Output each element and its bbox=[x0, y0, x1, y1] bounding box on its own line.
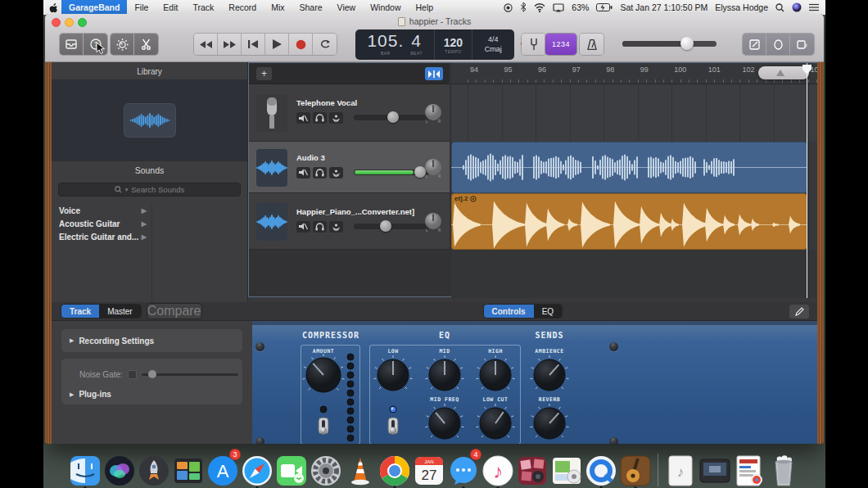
track-volume-slider[interactable] bbox=[354, 169, 429, 175]
dock-icon-photos[interactable] bbox=[550, 452, 583, 486]
track-volume-slider[interactable] bbox=[354, 224, 429, 229]
search-sounds-field[interactable]: ▾ Search Sounds bbox=[58, 183, 241, 197]
wifi-icon[interactable] bbox=[534, 3, 545, 12]
menu-clock[interactable]: Sat Jan 27 1:10:50 PM bbox=[620, 2, 708, 12]
input-monitoring-button[interactable] bbox=[329, 112, 343, 124]
tab-controls[interactable]: Controls bbox=[484, 305, 534, 318]
eq-mid-freq-knob[interactable] bbox=[424, 403, 465, 444]
amount-knob[interactable] bbox=[301, 353, 346, 400]
audio-region-vocal[interactable] bbox=[451, 142, 807, 193]
solo-button[interactable] bbox=[313, 112, 327, 124]
add-track-button[interactable]: + bbox=[256, 67, 272, 80]
mute-button[interactable] bbox=[296, 221, 310, 233]
dock-icon-safari[interactable] bbox=[241, 452, 274, 486]
cycle-button[interactable] bbox=[313, 34, 337, 55]
dock-icon-file-screenshot[interactable] bbox=[698, 452, 731, 486]
apple-menu-icon[interactable] bbox=[43, 2, 61, 13]
eq-switch[interactable] bbox=[387, 416, 400, 441]
reverb-knob[interactable] bbox=[529, 403, 570, 444]
stop-to-beginning-button[interactable] bbox=[242, 34, 265, 55]
edit-pencil-button[interactable] bbox=[789, 305, 809, 319]
ambience-knob[interactable] bbox=[529, 355, 570, 399]
editors-button[interactable] bbox=[134, 34, 158, 55]
metronome-button[interactable] bbox=[580, 34, 604, 55]
eq-mid-knob[interactable] bbox=[424, 355, 465, 399]
eq-low-cut-knob[interactable] bbox=[475, 403, 516, 444]
tuner-button[interactable] bbox=[522, 34, 545, 55]
record-button[interactable] bbox=[289, 34, 313, 55]
track-header-1[interactable]: Telephone VocalLR bbox=[249, 84, 450, 142]
tab-eq[interactable]: EQ bbox=[534, 305, 562, 318]
menu-item-view[interactable]: View bbox=[330, 0, 364, 15]
note-pad-button[interactable] bbox=[743, 34, 766, 55]
dock-icon-finder[interactable] bbox=[69, 452, 102, 486]
catch-playhead-button[interactable] bbox=[425, 67, 443, 80]
dock-icon-messages[interactable]: 4 bbox=[447, 452, 480, 486]
mute-button[interactable] bbox=[296, 112, 310, 124]
media-browser-button[interactable]: ♪ bbox=[790, 34, 814, 55]
tab-compare[interactable]: Compare bbox=[147, 304, 201, 319]
track-header-3[interactable]: Happier_Piano_...Converter.net]LR bbox=[249, 193, 450, 250]
dock-icon-mission-control[interactable] bbox=[172, 452, 205, 486]
noise-gate-handle[interactable] bbox=[148, 370, 156, 378]
smart-controls-button[interactable] bbox=[111, 34, 134, 55]
solo-button[interactable] bbox=[313, 167, 327, 178]
mute-button[interactable] bbox=[296, 167, 310, 178]
menu-item-track[interactable]: Track bbox=[185, 0, 221, 15]
disclosure-triangle-icon[interactable]: ▶ bbox=[70, 391, 74, 398]
menu-item-edit[interactable]: Edit bbox=[156, 0, 185, 15]
playhead[interactable] bbox=[807, 63, 807, 298]
forward-button[interactable] bbox=[218, 34, 242, 55]
volume-handle[interactable] bbox=[387, 111, 399, 123]
lcd-display[interactable]: 105.BAR 4BEAT 120TEMPO 4/4Cmaj ▼ bbox=[355, 29, 514, 60]
track-header-2[interactable]: Audio 3LR bbox=[249, 142, 450, 193]
dock-icon-launchpad[interactable] bbox=[138, 452, 170, 486]
tab-track[interactable]: Track bbox=[61, 305, 99, 318]
dock-icon-app-store[interactable]: A3 bbox=[206, 452, 239, 486]
zoom-slider[interactable] bbox=[758, 66, 809, 79]
menu-item-help[interactable]: Help bbox=[409, 0, 441, 15]
menu-item-mix[interactable]: Mix bbox=[264, 0, 292, 15]
plugins-row[interactable]: ▶Plug-ins bbox=[70, 390, 111, 399]
volume-handle[interactable] bbox=[680, 37, 694, 50]
dock-icon-trash[interactable] bbox=[767, 452, 800, 486]
bluetooth-icon[interactable] bbox=[520, 2, 527, 12]
menu-item-record[interactable]: Record bbox=[221, 0, 264, 15]
zoom-slider-handle[interactable] bbox=[776, 70, 784, 76]
input-monitoring-button[interactable] bbox=[329, 167, 343, 178]
compressor-switch[interactable] bbox=[317, 416, 330, 441]
tab-master[interactable]: Master bbox=[99, 305, 141, 318]
menu-item-share[interactable]: Share bbox=[292, 0, 330, 15]
audio-region-piano[interactable]: et].2 bbox=[451, 193, 807, 250]
dock-icon-chrome[interactable] bbox=[378, 452, 411, 486]
dock-icon-file-web[interactable] bbox=[733, 452, 766, 486]
dock-icon-itunes[interactable]: ♪ bbox=[481, 452, 514, 486]
disclosure-triangle-icon[interactable]: ▶ bbox=[70, 337, 74, 344]
dock-icon-vlc[interactable] bbox=[344, 452, 377, 486]
dock-icon-system-preferences[interactable] bbox=[310, 452, 342, 486]
recording-settings-group[interactable]: ▶Recording Settings bbox=[61, 329, 242, 352]
noise-gate-checkbox[interactable] bbox=[128, 370, 137, 379]
menu-item-garageband[interactable]: GarageBand bbox=[61, 0, 127, 15]
loop-browser-button[interactable] bbox=[766, 34, 790, 55]
dock-icon-garageband[interactable] bbox=[619, 452, 652, 486]
solo-button[interactable] bbox=[313, 221, 327, 233]
library-item-1[interactable]: Voice▶ bbox=[52, 204, 151, 217]
pan-knob[interactable]: LR bbox=[423, 211, 444, 236]
eq-high-knob[interactable] bbox=[475, 355, 516, 399]
library-toggle-button[interactable] bbox=[60, 34, 84, 55]
notification-center-icon[interactable] bbox=[809, 3, 819, 11]
library-item-2[interactable]: Acoustic Guitar▶ bbox=[52, 217, 151, 230]
menu-item-file[interactable]: File bbox=[127, 0, 156, 15]
dock-icon-siri[interactable] bbox=[103, 452, 136, 486]
noise-gate-slider[interactable] bbox=[142, 373, 238, 376]
volume-handle[interactable] bbox=[380, 220, 391, 232]
track-volume-slider[interactable] bbox=[354, 115, 429, 120]
dock-icon-facetime[interactable] bbox=[275, 452, 308, 486]
siri-menu-icon[interactable] bbox=[792, 2, 802, 12]
eq-low-knob[interactable] bbox=[373, 355, 414, 399]
library-item-3[interactable]: Electric Guitar and...▶ bbox=[52, 230, 151, 243]
dock-icon-photo-booth[interactable] bbox=[516, 452, 549, 486]
dock-icon-quicktime[interactable] bbox=[585, 452, 617, 486]
menu-item-window[interactable]: Window bbox=[363, 0, 408, 15]
